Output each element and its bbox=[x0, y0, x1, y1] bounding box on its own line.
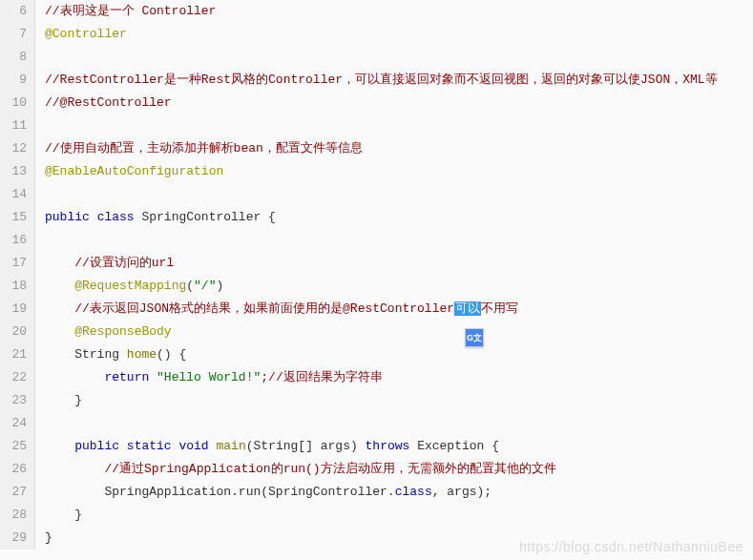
line-number: 11 bbox=[4, 114, 27, 137]
code-token: class bbox=[395, 485, 432, 499]
code-token: @Controller bbox=[45, 27, 127, 41]
code-token: } bbox=[45, 530, 52, 545]
line-number: 24 bbox=[4, 412, 27, 435]
code-line: @Controller bbox=[45, 23, 753, 46]
code-line: @ResponseBody bbox=[45, 321, 753, 343]
code-line bbox=[45, 46, 753, 69]
code-token: } bbox=[74, 508, 82, 522]
code-token: @ResponseBody bbox=[74, 324, 171, 339]
code-line: } bbox=[45, 504, 753, 527]
code-token: ( bbox=[186, 279, 194, 293]
code-token bbox=[90, 210, 97, 224]
code-token: SpringApplication.run(SpringController. bbox=[104, 485, 394, 499]
code-line: return "Hello World!";//返回结果为字符串 bbox=[45, 366, 753, 389]
code-editor: 6789101112131415161718192021222324252627… bbox=[0, 0, 753, 550]
line-number: 10 bbox=[4, 92, 27, 114]
code-token: @RequestMapping bbox=[74, 279, 186, 293]
code-token: , args); bbox=[432, 485, 492, 499]
line-number: 13 bbox=[4, 160, 27, 183]
code-token: Exception { bbox=[409, 439, 499, 453]
code-line: //RestController是一种Rest风格的Controller，可以直… bbox=[45, 69, 753, 92]
google-translate-icon[interactable]: G文 bbox=[465, 328, 484, 347]
code-line: } bbox=[45, 389, 753, 412]
code-token: //表示返回JSON格式的结果，如果前面使用的是@RestController bbox=[74, 301, 454, 316]
line-number: 27 bbox=[4, 481, 27, 504]
code-line: @EnableAutoConfiguration bbox=[45, 160, 753, 183]
code-token: @EnableAutoConfiguration bbox=[45, 164, 223, 178]
code-line: //通过SpringApplication的run()方法启动应用，无需额外的配… bbox=[45, 458, 753, 481]
code-token: //设置访问的url bbox=[74, 256, 174, 270]
line-number: 28 bbox=[4, 504, 27, 527]
code-token bbox=[209, 439, 217, 453]
code-line: String home() { bbox=[45, 343, 753, 366]
line-number: 8 bbox=[4, 46, 27, 69]
code-token: //使用自动配置，主动添加并解析bean，配置文件等信息 bbox=[45, 141, 363, 156]
code-token: static bbox=[127, 439, 172, 453]
code-line: //使用自动配置，主动添加并解析bean，配置文件等信息 bbox=[45, 137, 753, 160]
code-line: public class SpringController { bbox=[45, 206, 753, 229]
line-number: 7 bbox=[4, 23, 27, 46]
code-line: public static void main(String[] args) t… bbox=[45, 435, 753, 458]
code-token bbox=[149, 370, 157, 384]
line-number: 14 bbox=[4, 183, 27, 206]
line-number: 21 bbox=[4, 343, 27, 366]
code-token: SpringController { bbox=[135, 210, 276, 224]
code-token: () { bbox=[157, 347, 186, 362]
line-number: 22 bbox=[4, 366, 27, 389]
code-line bbox=[45, 114, 753, 137]
line-number: 25 bbox=[4, 435, 27, 458]
code-token: (String[] args) bbox=[246, 439, 366, 453]
code-token: public bbox=[74, 439, 119, 453]
code-line: //@RestController bbox=[45, 92, 753, 114]
code-line: //表示返回JSON格式的结果，如果前面使用的是@RestController可… bbox=[45, 298, 753, 321]
line-number: 20 bbox=[4, 321, 27, 343]
code-token: public bbox=[45, 210, 90, 224]
code-token: void bbox=[178, 439, 208, 453]
code-line bbox=[45, 412, 753, 435]
line-number: 9 bbox=[4, 69, 27, 92]
code-token: 可以 bbox=[454, 301, 481, 316]
code-token: String bbox=[74, 347, 127, 362]
code-token: //通过SpringApplication的run()方法启动应用，无需额外的配… bbox=[104, 462, 555, 476]
code-token: return bbox=[104, 370, 149, 384]
code-line bbox=[45, 183, 753, 206]
line-number: 16 bbox=[4, 229, 27, 252]
code-token: "/" bbox=[194, 279, 216, 293]
code-token: ; bbox=[261, 370, 268, 384]
translate-icon-label: G文 bbox=[467, 332, 482, 344]
line-number: 18 bbox=[4, 275, 27, 298]
code-token: //@RestController bbox=[45, 95, 172, 110]
line-number: 19 bbox=[4, 298, 27, 321]
code-token: "Hello World!" bbox=[157, 370, 261, 384]
code-token: //RestController是一种Rest风格的Controller，可以直… bbox=[45, 73, 718, 87]
code-token: throws bbox=[366, 439, 410, 453]
code-token: ) bbox=[216, 279, 223, 293]
line-number: 15 bbox=[4, 206, 27, 229]
line-number: 29 bbox=[4, 527, 27, 550]
code-token bbox=[119, 439, 127, 453]
line-number: 26 bbox=[4, 458, 27, 481]
line-number: 17 bbox=[4, 252, 27, 275]
code-area[interactable]: //表明这是一个 Controller@Controller//RestCont… bbox=[35, 0, 753, 550]
code-token: //返回结果为字符串 bbox=[268, 370, 383, 384]
code-line: //设置访问的url bbox=[45, 252, 753, 275]
watermark-text: https://blog.csdn.net/NathanniuBee bbox=[519, 539, 743, 554]
line-number: 12 bbox=[4, 137, 27, 160]
code-token: home bbox=[127, 347, 157, 362]
code-token: class bbox=[97, 210, 135, 224]
line-number-gutter: 6789101112131415161718192021222324252627… bbox=[0, 0, 35, 550]
code-line: @RequestMapping("/") bbox=[45, 275, 753, 298]
code-line: SpringApplication.run(SpringController.c… bbox=[45, 481, 753, 504]
code-token: } bbox=[74, 393, 82, 407]
code-token: //表明这是一个 Controller bbox=[45, 4, 216, 18]
code-token: 不用写 bbox=[481, 301, 518, 316]
line-number: 6 bbox=[4, 0, 27, 23]
line-number: 23 bbox=[4, 389, 27, 412]
code-token: main bbox=[217, 439, 246, 453]
code-line: //表明这是一个 Controller bbox=[45, 0, 753, 23]
code-line bbox=[45, 229, 753, 252]
